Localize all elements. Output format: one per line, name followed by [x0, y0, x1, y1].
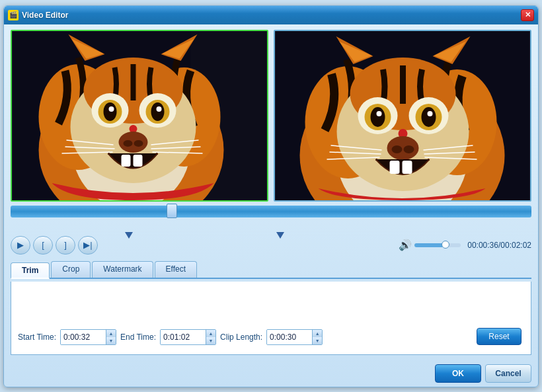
cancel-button[interactable]: Cancel [485, 364, 531, 383]
svg-point-46 [428, 111, 433, 116]
left-video-panel [11, 30, 268, 202]
right-video-panel [274, 30, 531, 202]
svg-point-43 [371, 107, 385, 127]
end-time-label: End Time: [120, 333, 156, 342]
play-button[interactable]: ▶ [11, 236, 30, 255]
svg-point-49 [392, 145, 403, 153]
tabs-row: Trim Crop Watermark Effect [11, 261, 531, 279]
svg-point-50 [404, 145, 414, 153]
end-time-input[interactable] [161, 330, 206, 344]
close-button[interactable]: ✕ [521, 9, 534, 21]
bottom-bar: OK Cancel [4, 360, 538, 387]
time-display: 00:00:36/00:02:02 [467, 241, 531, 250]
mark-in-button[interactable]: [ [33, 236, 53, 255]
start-time-up[interactable]: ▲ [106, 330, 116, 337]
svg-point-14 [109, 106, 114, 112]
svg-point-44 [422, 107, 436, 127]
timeline-thumb[interactable] [167, 204, 177, 218]
svg-rect-20 [122, 155, 131, 167]
svg-rect-51 [390, 161, 400, 174]
trim-controls: Start Time: ▲ ▼ End Time: ▲ ▼ Clip [18, 329, 323, 345]
svg-rect-52 [403, 161, 412, 174]
start-time-down[interactable]: ▼ [106, 337, 116, 344]
end-time-down[interactable]: ▼ [206, 337, 215, 344]
end-time-up[interactable]: ▲ [206, 330, 215, 337]
timeline-bar[interactable] [11, 206, 531, 217]
end-time-input-group: ▲ ▼ [160, 329, 216, 345]
volume-thumb[interactable] [442, 241, 449, 249]
clip-length-up[interactable]: ▲ [313, 330, 322, 337]
end-time-spin: ▲ ▼ [206, 330, 215, 344]
left-video-preview [12, 31, 267, 200]
clip-length-input[interactable] [267, 330, 312, 344]
main-content: ▶ [ ] ▶| 🔊 00:00:36/00:02:02 Tr [4, 24, 538, 360]
title-bar: 🎬 Video Editor ✕ [4, 6, 538, 24]
controls-row: ▶ [ ] ▶| 🔊 00:00:36/00:02:02 [11, 233, 531, 257]
tab-crop[interactable]: Crop [51, 261, 91, 278]
video-panels [11, 30, 531, 202]
mark-out-button[interactable]: ] [56, 236, 75, 255]
timeline-marker-in[interactable] [125, 232, 133, 239]
tab-content: Start Time: ▲ ▼ End Time: ▲ ▼ Clip [11, 282, 531, 355]
markers-area [11, 221, 531, 231]
ok-button[interactable]: OK [435, 364, 481, 383]
right-video-preview [275, 31, 530, 200]
reset-button[interactable]: Reset [477, 328, 522, 345]
volume-slider[interactable] [414, 243, 461, 247]
clip-length-spin: ▲ ▼ [312, 330, 322, 344]
video-editor-window: 🎬 Video Editor ✕ [3, 5, 539, 387]
svg-point-18 [124, 140, 133, 147]
svg-point-13 [151, 102, 165, 121]
right-video-canvas [275, 31, 530, 200]
svg-point-15 [157, 106, 162, 112]
svg-point-48 [387, 136, 419, 160]
start-time-input-group: ▲ ▼ [60, 329, 116, 345]
left-video-canvas [12, 31, 267, 200]
app-icon: 🎬 [8, 10, 19, 20]
svg-rect-21 [134, 155, 143, 167]
volume-area: 🔊 [399, 239, 461, 251]
volume-icon: 🔊 [399, 239, 412, 251]
tab-trim[interactable]: Trim [11, 262, 50, 279]
window-title: Video Editor [22, 11, 521, 20]
timeline-marker-out[interactable] [276, 232, 284, 239]
start-time-input[interactable] [61, 330, 106, 344]
svg-point-17 [119, 132, 148, 153]
start-time-spin: ▲ ▼ [106, 330, 116, 344]
svg-point-45 [377, 111, 382, 116]
step-button[interactable]: ▶| [78, 236, 98, 255]
tab-effect[interactable]: Effect [155, 261, 197, 278]
tab-watermark[interactable]: Watermark [92, 261, 153, 278]
svg-point-12 [104, 102, 117, 121]
clip-length-down[interactable]: ▼ [313, 337, 322, 344]
start-time-label: Start Time: [18, 333, 56, 342]
svg-point-19 [134, 140, 143, 147]
clip-length-label: Clip Length: [220, 333, 262, 342]
clip-length-input-group: ▲ ▼ [266, 329, 323, 345]
